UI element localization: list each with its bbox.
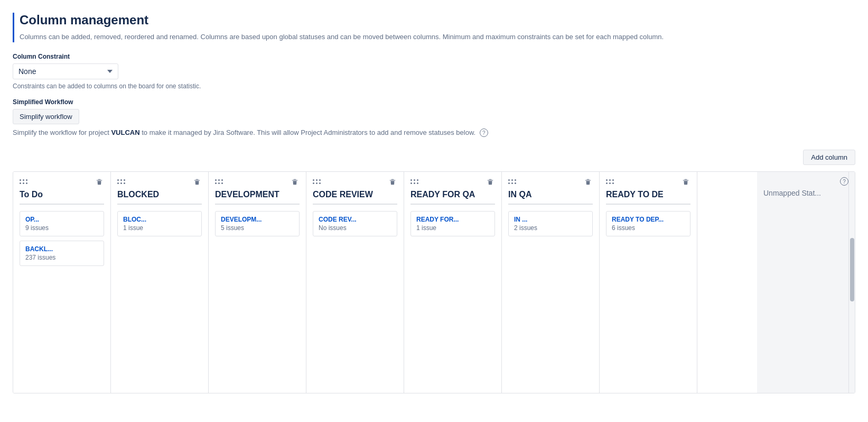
status-card-name: BLOC... [123,216,196,223]
column-ready-to-dep: READY TO DEREADY TO DEP...6 issues [600,172,697,393]
constraint-hint: Constraints can be added to columns on t… [13,82,855,90]
column-header-blocked [117,177,202,187]
status-card-issues: No issues [319,224,391,232]
simplified-workflow-label: Simplified Workflow [13,98,855,106]
column-header-code-review [313,177,397,187]
project-name: VULCAN [111,129,139,136]
column-in-qa: IN QAIN ...2 issues [502,172,600,393]
unmapped-title: Unmapped Stat... [763,189,848,197]
status-card-issues: 5 issues [221,224,294,232]
column-code-review: CODE REVIEWCODE REV...No issues [306,172,404,393]
column-divider-blocked [117,204,202,205]
column-development: DEVELOPMENTDEVELOPM...5 issues [209,172,306,393]
column-divider-to-do [20,204,104,205]
column-divider-code-review [313,204,397,205]
column-title-code-review: CODE REVIEW [313,190,397,199]
column-title-to-do: To Do [20,190,104,199]
column-blocked: BLOCKEDBLOC...1 issue [111,172,209,393]
simplify-description: Simplify the workflow for project VULCAN… [13,129,855,137]
page-description: Columns can be added, removed, reordered… [20,32,855,42]
column-title-development: DEVELOPMENT [215,190,300,199]
status-card-name: CODE REV... [319,216,391,223]
drag-handle-icon[interactable] [508,179,517,185]
column-title-blocked: BLOCKED [117,190,202,199]
status-card-issues: 9 issues [25,224,98,232]
column-header-development [215,177,300,187]
status-card: OP...9 issues [20,211,104,236]
delete-column-ready-for-qa-button[interactable] [486,177,495,187]
status-card-name: DEVELOPM... [221,216,294,223]
column-to-do: To DoOP...9 issuesBACKL...237 issues [13,172,111,393]
status-card: BLOC...1 issue [117,211,202,236]
scrollbar[interactable] [848,172,855,393]
column-header-to-do [20,177,104,187]
status-card: IN ...2 issues [508,211,593,236]
delete-column-ready-to-dep-button[interactable] [681,177,690,187]
simplified-workflow-section: Simplified Workflow Simplify workflow Si… [13,98,855,137]
status-card-name: IN ... [514,216,587,223]
status-card-name: READY TO DEP... [612,216,685,223]
status-card-name: OP... [25,216,98,223]
page-container: Column management Columns can be added, … [0,0,868,393]
simplify-help-icon[interactable]: ? [480,129,488,137]
status-card-issues: 2 issues [514,224,587,232]
status-card-issues: 237 issues [25,254,98,261]
status-card: BACKL...237 issues [20,241,104,266]
status-card-issues: 6 issues [612,224,685,232]
column-divider-ready-to-dep [606,204,690,205]
delete-column-to-do-button[interactable] [95,177,104,187]
column-divider-development [215,204,300,205]
page-title: Column management [20,13,855,27]
delete-column-in-qa-button[interactable] [583,177,593,187]
columns-container: To DoOP...9 issuesBACKL...237 issuesBLOC… [13,172,757,393]
status-card-name: READY FOR... [416,216,489,223]
delete-column-blocked-button[interactable] [192,177,202,187]
constraint-label: Column Constraint [13,53,855,60]
drag-handle-icon[interactable] [410,179,419,185]
scrollbar-thumb [850,238,854,301]
status-card-issues: 1 issue [416,224,489,232]
unmapped-help: ? [763,177,848,186]
unmapped-column: ? Unmapped Stat... [757,172,855,393]
column-ready-for-qa: READY FOR QAREADY FOR...1 issue [404,172,502,393]
delete-column-development-button[interactable] [290,177,300,187]
column-divider-in-qa [508,204,593,205]
constraint-select[interactable]: None [13,63,118,79]
drag-handle-icon[interactable] [117,179,126,185]
constraint-section: Column Constraint None Constraints can b… [13,53,855,90]
status-card: DEVELOPM...5 issues [215,211,300,236]
column-divider-ready-for-qa [410,204,495,205]
delete-column-code-review-button[interactable] [388,177,397,187]
column-header-ready-to-dep [606,177,690,187]
status-card-name: BACKL... [25,245,98,253]
status-card: READY TO DEP...6 issues [606,211,690,236]
status-card-issues: 1 issue [123,224,196,232]
add-column-bar: Add column [13,145,855,169]
column-title-in-qa: IN QA [508,190,593,199]
drag-handle-icon[interactable] [215,179,223,185]
unmapped-help-icon[interactable]: ? [840,177,848,186]
column-title-ready-to-dep: READY TO DE [606,190,690,199]
status-card: CODE REV...No issues [313,211,397,236]
drag-handle-icon[interactable] [313,179,321,185]
column-title-ready-for-qa: READY FOR QA [410,190,495,199]
columns-scroll-wrapper: To DoOP...9 issuesBACKL...237 issuesBLOC… [13,172,855,393]
status-card: READY FOR...1 issue [410,211,495,236]
column-header-in-qa [508,177,593,187]
simplify-workflow-button[interactable]: Simplify workflow [13,109,79,124]
add-column-button[interactable]: Add column [803,150,855,165]
columns-area: To DoOP...9 issuesBACKL...237 issuesBLOC… [13,171,855,393]
drag-handle-icon[interactable] [20,179,28,185]
drag-handle-icon[interactable] [606,179,614,185]
column-header-ready-for-qa [410,177,495,187]
